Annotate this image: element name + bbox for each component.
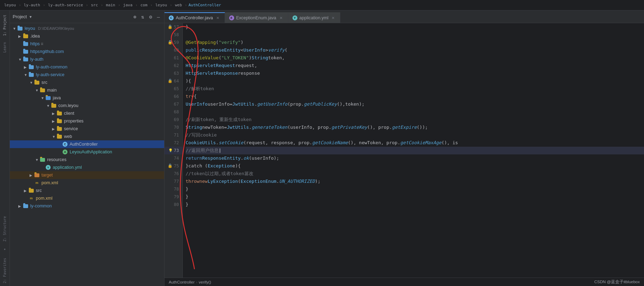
linenum-62: 62 xyxy=(165,62,182,69)
linenum-59: 🔒 59 xyxy=(165,39,182,46)
strip-favorites-label[interactable]: ★ xyxy=(3,245,7,254)
tree-item-https1[interactable]: https ≡ xyxy=(10,40,164,48)
strip-favorites2-label[interactable]: 2: Favorites xyxy=(3,255,7,286)
breadcrumb-leyou2[interactable]: leyou xyxy=(154,2,168,8)
left-panel-strip: 1: Project Learn Z: Structure ★ 2: Favor… xyxy=(0,11,10,286)
editor-area: C AuthController.java ✕ E ExceptionEnum.… xyxy=(165,11,644,286)
tab-exception-enum[interactable]: E ExceptionEnum.java ✕ xyxy=(225,12,288,23)
tree-item-ly-auth[interactable]: ▼ ly-auth xyxy=(10,55,164,63)
idea-folder-icon xyxy=(23,33,29,39)
linenum-79: 79 xyxy=(165,193,182,201)
linenum-80: 80 xyxy=(165,201,182,208)
tree-item-application-yml[interactable]: Y application.yml xyxy=(10,164,164,171)
tabs-bar: C AuthController.java ✕ E ExceptionEnum.… xyxy=(165,11,644,23)
tree-item-target[interactable]: ▶ target xyxy=(10,171,164,179)
tab-auth-controller-close[interactable]: ✕ xyxy=(215,15,220,21)
code-line-76: //token以过期,或者token篡改 xyxy=(186,170,644,178)
target-icon xyxy=(34,172,40,178)
tree-item-properties[interactable]: ▶ properties xyxy=(10,117,164,125)
tab-auth-controller[interactable]: C AuthController.java ✕ xyxy=(165,12,225,23)
breadcrumb-ly-auth-service[interactable]: ly-auth-service xyxy=(47,2,84,8)
project-panel: Project ▾ ⊕ ⇅ ⚙ — ▼ leyou D:\IDEAWORK\le… xyxy=(10,11,165,286)
code-line-68 xyxy=(186,108,644,116)
ly-auth-service-icon xyxy=(29,72,34,78)
tree-arrow-client: ▶ xyxy=(52,112,57,115)
bottom-breadcrumb: AuthController › verify() xyxy=(169,280,211,284)
tree-item-ly-auth-service[interactable]: ▼ ly-auth-service xyxy=(10,71,164,79)
tree-arrow-root: ▼ xyxy=(13,27,18,31)
tree-item-src[interactable]: ▼ src xyxy=(10,79,164,86)
breadcrumb-ly-auth[interactable]: ly-auth xyxy=(22,2,41,8)
bottom-right-text: CSDN @蓝盒子itbluebox xyxy=(594,279,640,285)
https1-indicator: ≡ xyxy=(41,41,43,46)
panel-settings-btn[interactable]: ⚙ xyxy=(148,13,153,20)
tree-arrow-idea: ▶ xyxy=(18,34,23,38)
code-line-74: return ResponseEntity . ok (userInfo); xyxy=(186,154,644,162)
code-line-62: HttpServletRequest request , xyxy=(186,62,644,69)
https1-icon xyxy=(23,41,29,47)
breadcrumb-main[interactable]: main xyxy=(104,2,117,8)
tree-label-pom2: pom.xml xyxy=(36,196,52,201)
linenum-68: 68 xyxy=(165,108,182,116)
tree-label-idea: .idea xyxy=(30,34,40,39)
tree-item-pom2[interactable]: m pom.xml xyxy=(10,194,164,202)
tree-label-ly-auth-common: ly-auth-common xyxy=(36,65,67,69)
tree-label-main: main xyxy=(47,88,57,93)
code-content[interactable]: } @GetMapping ( "verify" ) xyxy=(183,23,644,278)
breadcrumb-authcontroller[interactable]: AuthController xyxy=(188,3,221,7)
tree-item-idea[interactable]: ▶ .idea xyxy=(10,32,164,40)
panel-dropdown-arrow[interactable]: ▾ xyxy=(30,14,32,19)
tree-arrow-ly-auth-service: ▼ xyxy=(24,73,29,77)
panel-close-btn[interactable]: — xyxy=(156,13,161,20)
lock-icon-75: 🔒 xyxy=(168,162,173,170)
strip-learn-label[interactable]: Learn xyxy=(3,39,7,55)
tree-label-root: leyou xyxy=(25,26,35,31)
tree-item-client[interactable]: ▶ client xyxy=(10,109,164,117)
leyouauthapp-icon: A xyxy=(63,149,68,155)
tree-item-pom1[interactable]: m pom.xml xyxy=(10,179,164,187)
code-line-75: }catch ( Exception e){ xyxy=(186,162,644,170)
tree-item-service[interactable]: ▶ service xyxy=(10,125,164,133)
strip-project-label[interactable]: 1: Project xyxy=(3,12,7,39)
panel-collapse-btn[interactable]: ⇅ xyxy=(140,13,146,20)
code-line-61: @CookieValue ( "LY_TOKEN" ) String token… xyxy=(186,54,644,62)
code-editor[interactable]: 🔒 57 58 🔒 59 60 61 62 63 🔒 64 xyxy=(165,23,644,278)
panel-add-btn[interactable]: ⊕ xyxy=(132,13,137,20)
breadcrumb-java[interactable]: java xyxy=(122,2,134,8)
tree-item-web[interactable]: ▼ web xyxy=(10,133,164,140)
breadcrumb-com[interactable]: com xyxy=(139,2,149,8)
linenum-65: 65 xyxy=(165,85,182,93)
tab-yml-icon: Y xyxy=(292,15,297,20)
tree-item-ly-common[interactable]: ▶ ly-common xyxy=(10,202,164,210)
tree-label-https1: https xyxy=(30,41,40,46)
tree-item-main[interactable]: ▼ main xyxy=(10,86,164,94)
properties-icon xyxy=(57,118,63,124)
tree-item-resources[interactable]: ▼ resources xyxy=(10,156,164,164)
tree-item-authcontroller[interactable]: C AuthController xyxy=(10,140,164,148)
breadcrumb-leyou[interactable]: leyou xyxy=(3,2,17,8)
linenum-61: 61 xyxy=(165,54,182,62)
tree-item-root[interactable]: ▼ leyou D:\IDEAWORK\leyou xyxy=(10,25,164,32)
code-line-80: } xyxy=(186,201,644,208)
tree-item-ly-auth-common[interactable]: ▶ ly-auth-common xyxy=(10,63,164,71)
tree-label-java: java xyxy=(53,95,61,100)
tree-item-src2[interactable]: ▶ src xyxy=(10,187,164,194)
breadcrumb-src[interactable]: src xyxy=(90,2,99,8)
tab-application-yml[interactable]: Y application.yml ✕ xyxy=(288,12,341,23)
tree-item-leyouauthapp[interactable]: A LeyouAuthApplication xyxy=(10,148,164,156)
tab-yml-close[interactable]: ✕ xyxy=(330,15,336,21)
strip-structure-label[interactable]: Z: Structure xyxy=(3,213,7,244)
tab-exception-close[interactable]: ✕ xyxy=(278,15,284,21)
breadcrumb-web[interactable]: web xyxy=(174,2,183,8)
tree-arrow-service: ▶ xyxy=(52,127,57,131)
code-line-71: //写回cookie xyxy=(186,131,644,139)
code-line-72: CookieUtils . setCookie (request, respon… xyxy=(186,139,644,147)
panel-header: Project ▾ ⊕ ⇅ ⚙ — xyxy=(10,11,164,23)
tree-item-https2[interactable]: https≡github.com xyxy=(10,48,164,55)
linenum-74: 74 xyxy=(165,154,182,162)
tree-item-com-leyou[interactable]: ▼ com.leyou xyxy=(10,102,164,109)
linenum-58: 58 xyxy=(165,31,182,39)
tree-arrow-src: ▼ xyxy=(30,81,34,85)
linenum-67: 67 xyxy=(165,100,182,108)
tree-item-java[interactable]: ▼ java xyxy=(10,94,164,102)
